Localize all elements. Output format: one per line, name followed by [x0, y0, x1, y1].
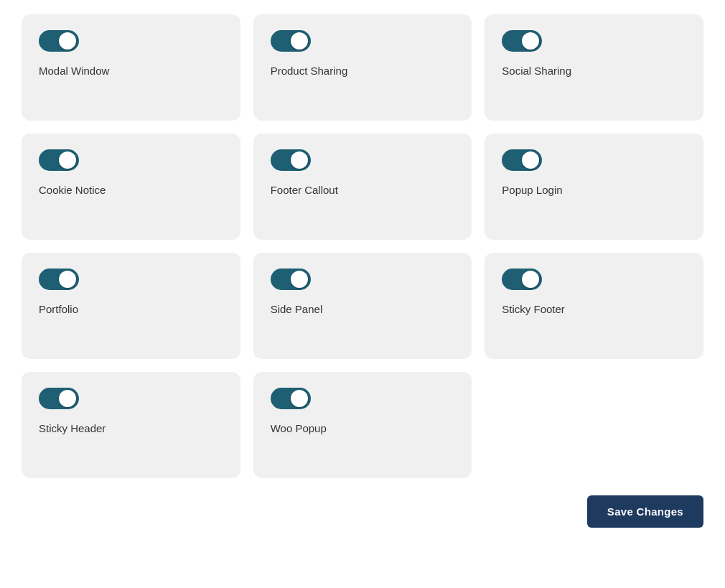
card-label-portfolio: Portfolio	[39, 303, 223, 315]
toggle-footer-callout[interactable]	[271, 149, 311, 171]
toggle-thumb	[522, 32, 539, 50]
toggle-track	[271, 388, 311, 409]
card-label-product-sharing: Product Sharing	[271, 65, 455, 77]
card-label-sticky-footer: Sticky Footer	[502, 303, 686, 315]
toggle-track	[502, 149, 542, 171]
card-modal-window: Modal Window	[22, 14, 240, 121]
card-label-social-sharing: Social Sharing	[502, 65, 686, 77]
toggle-thumb	[59, 390, 76, 407]
toggle-thumb	[291, 390, 308, 407]
toggle-thumb	[59, 32, 76, 50]
toggle-track	[39, 388, 79, 409]
toggle-social-sharing[interactable]	[502, 30, 542, 52]
card-product-sharing: Product Sharing	[253, 14, 472, 121]
card-label-sticky-header: Sticky Header	[39, 422, 223, 434]
card-sticky-header: Sticky Header	[22, 372, 240, 478]
toggle-modal-window[interactable]	[39, 30, 79, 52]
toggle-track	[502, 30, 542, 52]
toggle-thumb	[291, 32, 308, 50]
toggle-sticky-header[interactable]	[39, 388, 79, 409]
feature-grid: Modal Window Product Sharing Social Shar…	[22, 14, 703, 478]
toggle-portfolio[interactable]	[39, 269, 79, 290]
save-changes-button[interactable]: Save Changes	[587, 495, 703, 528]
toggle-thumb	[59, 151, 76, 169]
toggle-popup-login[interactable]	[502, 149, 542, 171]
toggle-track	[39, 149, 79, 171]
card-popup-login: Popup Login	[485, 134, 703, 240]
toggle-thumb	[522, 271, 539, 288]
card-label-modal-window: Modal Window	[39, 65, 223, 77]
card-side-panel: Side Panel	[253, 253, 472, 359]
card-portfolio: Portfolio	[22, 253, 240, 359]
toggle-thumb	[291, 271, 308, 288]
card-label-side-panel: Side Panel	[271, 303, 455, 315]
card-label-footer-callout: Footer Callout	[271, 184, 455, 196]
toggle-thumb	[291, 151, 308, 169]
toggle-track	[39, 30, 79, 52]
toggle-cookie-notice[interactable]	[39, 149, 79, 171]
toggle-side-panel[interactable]	[271, 269, 311, 290]
toggle-track	[271, 149, 311, 171]
toggle-product-sharing[interactable]	[271, 30, 311, 52]
card-woo-popup: Woo Popup	[253, 372, 472, 478]
card-label-cookie-notice: Cookie Notice	[39, 184, 223, 196]
toggle-track	[39, 269, 79, 290]
card-label-popup-login: Popup Login	[502, 184, 686, 196]
footer-area: Save Changes	[22, 495, 703, 528]
card-sticky-footer: Sticky Footer	[485, 253, 703, 359]
toggle-track	[271, 269, 311, 290]
toggle-sticky-footer[interactable]	[502, 269, 542, 290]
toggle-track	[271, 30, 311, 52]
toggle-woo-popup[interactable]	[271, 388, 311, 409]
toggle-thumb	[522, 151, 539, 169]
card-cookie-notice: Cookie Notice	[22, 134, 240, 240]
toggle-thumb	[59, 271, 76, 288]
card-social-sharing: Social Sharing	[485, 14, 703, 121]
card-footer-callout: Footer Callout	[253, 134, 472, 240]
toggle-track	[502, 269, 542, 290]
card-label-woo-popup: Woo Popup	[271, 422, 455, 434]
